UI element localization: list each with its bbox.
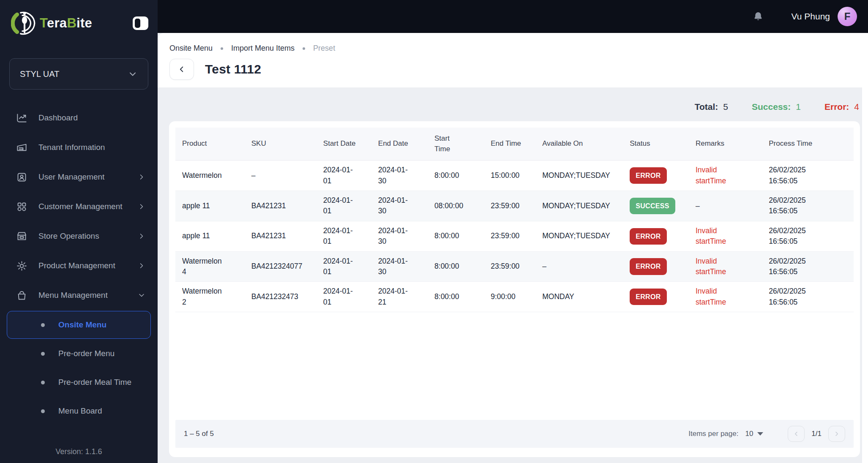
cell-start-time: 8:00:00 (428, 251, 484, 282)
cell-process-time: 26/02/2025 16:56:05 (762, 191, 854, 221)
results-card: Product SKU Start Date End Date Start Ti… (169, 121, 860, 457)
column-header-sku: SKU (245, 128, 317, 161)
column-header-start-date: Start Date (317, 128, 371, 161)
cell-product: Watermelon 4 (175, 251, 245, 282)
back-button[interactable] (169, 59, 194, 80)
terabite-logo-icon (11, 10, 37, 36)
sidebar-item-label: Store Operations (38, 232, 99, 241)
cell-start-time: 8:00:00 (428, 221, 484, 251)
cell-available-on: – (535, 251, 623, 282)
sidebar-item-label: Tenant Information (38, 143, 105, 152)
table-row: Watermelon–2024-01-012024-01-308:00:0015… (175, 161, 854, 191)
chevron-down-icon (128, 69, 138, 79)
chevron-down-icon (137, 291, 146, 300)
user-name: Vu Phung (792, 11, 830, 22)
cell-product: Watermelon 2 (175, 282, 245, 312)
table-body: Watermelon–2024-01-012024-01-308:00:0015… (175, 161, 854, 312)
cell-sku: BA421231 (245, 191, 317, 221)
previous-page-button[interactable] (788, 426, 805, 442)
bullet-icon (41, 409, 45, 413)
cell-status: ERROR (623, 161, 689, 191)
cell-start-date: 2024-01-01 (317, 251, 371, 282)
next-page-button[interactable] (828, 426, 845, 442)
cell-end-date: 2024-01-30 (371, 251, 428, 282)
cell-process-time: 26/02/2025 16:56:05 (762, 251, 854, 282)
status-badge: ERROR (630, 289, 666, 305)
main-panel: Onsite Menu Import Menu Items Preset Tes… (158, 33, 868, 463)
status-badge: ERROR (630, 258, 666, 275)
cell-sku: BA421232473 (245, 282, 317, 312)
sidebar-item-onsite-menu[interactable]: Onsite Menu (7, 311, 151, 339)
sidebar-collapse-icon[interactable] (133, 16, 148, 30)
cell-status: ERROR (623, 251, 689, 282)
status-badge: ERROR (630, 228, 666, 245)
page-indicator: 1/1 (811, 430, 822, 438)
content-area: Total:5 Success:1 Error:4 Product SKU St… (158, 87, 868, 463)
sidebar-item-pre-order-meal-time[interactable]: Pre-order Meal Time (7, 368, 151, 396)
sidebar-item-menu-management[interactable]: Menu Management (0, 281, 158, 310)
cell-end-time: 15:00:00 (484, 161, 535, 191)
column-header-end-time: End Time (484, 128, 535, 161)
submenu-item-label: Pre-order Menu (58, 349, 115, 358)
import-results-table: Product SKU Start Date End Date Start Ti… (175, 128, 854, 312)
cell-status: ERROR (623, 282, 689, 312)
sidebar-item-label: Dashboard (38, 113, 78, 123)
chevron-right-icon (137, 202, 146, 211)
sidebar-item-store-operations[interactable]: Store Operations (0, 221, 158, 251)
cell-end-time: 23:59:00 (484, 251, 535, 282)
sidebar-item-menu-board[interactable]: Menu Board (7, 397, 151, 425)
caret-down-icon (757, 432, 763, 436)
sidebar-item-product-management[interactable]: Product Management (0, 251, 158, 281)
sidebar-item-dashboard[interactable]: Dashboard (0, 103, 158, 133)
sidebar-item-user-management[interactable]: User Management (0, 162, 158, 192)
sidebar-item-tenant-information[interactable]: Tenant Information (0, 133, 158, 162)
breadcrumb: Onsite Menu Import Menu Items Preset (169, 44, 868, 53)
items-per-page-label: Items per page: (688, 430, 738, 438)
brand-name: TeraBite (40, 16, 92, 31)
bullet-icon (41, 352, 45, 356)
status-badge: ERROR (630, 167, 666, 184)
stat-error: Error:4 (824, 102, 859, 112)
cell-process-time: 26/02/2025 16:56:05 (762, 221, 854, 251)
customer-icon (16, 201, 27, 212)
notification-bell-icon[interactable] (753, 11, 764, 22)
bullet-icon (41, 381, 45, 384)
tenant-icon (16, 142, 27, 153)
cell-product: apple 11 (175, 191, 245, 221)
sidebar-item-label: Menu Management (38, 291, 108, 300)
bullet-icon (41, 323, 45, 327)
table-row: Watermelon 2BA4212324732024-01-012024-01… (175, 282, 854, 312)
pagination-range: 1 – 5 of 5 (184, 430, 214, 438)
sidebar: TeraBite STYL UAT Dashboard Tenant Infor… (0, 0, 158, 463)
avatar[interactable]: F (838, 7, 857, 26)
tenant-select[interactable]: STYL UAT (9, 58, 148, 90)
column-header-available-on: Available On (535, 128, 623, 161)
sidebar-item-customer-management[interactable]: Customer Management (0, 192, 158, 221)
page-title: Test 1112 (205, 62, 261, 76)
cell-end-date: 2024-01-30 (371, 221, 428, 251)
chevron-right-icon (137, 232, 146, 240)
vertical-scrollbar[interactable] (862, 33, 868, 463)
cell-available-on: MONDAY;TUESDAY (535, 191, 623, 221)
cell-end-time: 23:59:00 (484, 191, 535, 221)
cell-end-date: 2024-01-30 (371, 191, 428, 221)
cell-available-on: MONDAY (535, 282, 623, 312)
gear-icon (16, 260, 27, 272)
cell-sku: BA421231 (245, 221, 317, 251)
column-header-product: Product (175, 128, 245, 161)
breadcrumb-import-menu-items[interactable]: Import Menu Items (231, 44, 295, 53)
cell-remarks: – (689, 191, 762, 221)
user-icon (16, 172, 27, 183)
table-row: Watermelon 4BA42123240772024-01-012024-0… (175, 251, 854, 282)
cell-sku: – (245, 161, 317, 191)
chevron-right-icon (137, 261, 146, 270)
breadcrumb-onsite-menu[interactable]: Onsite Menu (169, 44, 213, 53)
sidebar-item-pre-order-menu[interactable]: Pre-order Menu (7, 340, 151, 368)
sidebar-item-label: Customer Management (38, 202, 123, 211)
stat-success: Success:1 (752, 102, 801, 112)
menu-management-submenu: Onsite Menu Pre-order Menu Pre-order Mea… (0, 310, 158, 426)
cell-start-time: 8:00:00 (428, 161, 484, 191)
items-per-page-select[interactable]: 10 (745, 430, 763, 438)
table-footer: 1 – 5 of 5 Items per page: 10 1/1 (175, 420, 854, 448)
cell-end-time: 23:59:00 (484, 221, 535, 251)
